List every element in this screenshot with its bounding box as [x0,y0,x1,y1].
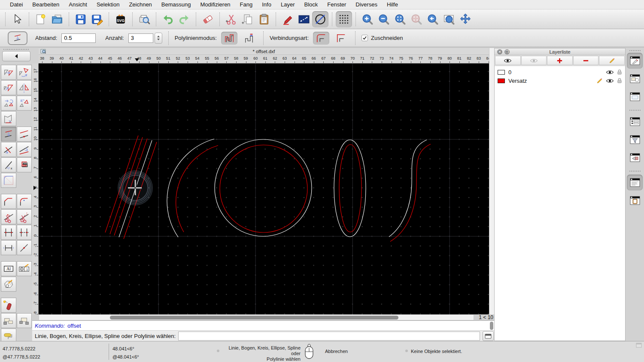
copy-button[interactable] [240,11,256,27]
tool-trim-amount-button[interactable]: x [1,157,16,172]
tool-round-corner-button[interactable] [17,194,32,209]
tool-bevel-button[interactable] [1,194,16,209]
distance-button[interactable] [296,11,312,27]
tool-block-edit-button[interactable] [17,313,32,328]
list-window-toggle-button[interactable] [627,114,643,130]
pen-window-toggle-button[interactable] [627,53,643,69]
command-keyboard-button[interactable] [483,331,494,341]
menu-item-modifizieren[interactable]: Modifizieren [196,1,235,8]
tool-trim-two-button[interactable] [17,142,32,157]
grid-toggle-button[interactable] [336,11,352,27]
polyline-mode-full-button[interactable] [221,32,237,45]
tool-mirror-button[interactable] [17,80,32,95]
tool-divide-two-button[interactable] [17,225,32,240]
menu-item-diverses[interactable]: Diverses [351,1,382,8]
join-round-button[interactable] [313,32,329,45]
tool-edit-dimension-button[interactable]: .1 [17,261,32,276]
new-file-button[interactable] [33,11,49,27]
eraser-button[interactable] [200,11,216,27]
zoom-auto-button[interactable] [392,11,408,27]
canvas-vertical-scrollbar[interactable] [489,48,494,314]
zoom-out-button[interactable] [376,11,392,27]
modify-layer-button[interactable] [599,56,625,65]
layer-color-swatch[interactable] [498,70,505,75]
pointer-button[interactable] [9,11,25,27]
canvas-horizontal-scrollbar[interactable] [39,314,474,320]
tool-cut-button[interactable] [1,209,16,224]
layer-row-0[interactable]: 0 [495,68,625,76]
zuschneiden-checkbox[interactable] [361,35,368,41]
stepper-down-icon[interactable] [157,39,160,42]
tool-stretch-button[interactable] [1,111,16,126]
clipboard-window-toggle-button[interactable] [627,193,643,208]
palette-drag-handle[interactable] [3,49,29,50]
draw-pen-button[interactable] [279,11,296,27]
menu-item-info[interactable]: Info [257,1,276,8]
layer-color-swatch[interactable] [498,78,505,83]
tool-break-button[interactable] [1,240,16,255]
anzahl-stepper[interactable] [155,33,162,44]
anzahl-input[interactable] [128,33,153,43]
close-icon[interactable]: ✕ [497,49,502,54]
menu-item-ansicht[interactable]: Ansicht [64,1,92,8]
svg-export-button[interactable]: SVG [112,11,129,27]
pencil-icon[interactable] [596,78,603,84]
menu-item-zeichnen[interactable]: Zeichnen [124,1,156,8]
paste-button[interactable] [256,11,272,27]
tool-offset-button[interactable] [1,127,16,142]
tool-divide-button[interactable] [1,225,16,240]
tool-line-point-button[interactable] [17,240,32,255]
tool-rotate-button[interactable] [17,65,32,80]
open-file-button[interactable] [49,11,65,27]
save-button[interactable] [73,11,89,27]
zoom-in-button[interactable] [359,11,376,27]
layer-row-versatz[interactable]: Versatz [495,76,625,85]
menu-item-fenster[interactable]: Fenster [322,1,351,8]
tool-trim-button[interactable] [1,142,16,157]
undo-button[interactable] [160,11,176,27]
tool-offset-point-button[interactable] [17,127,32,142]
tool-equidistant-button[interactable] [17,157,32,172]
lock-icon[interactable] [617,78,622,84]
tool-edit-hatch-button[interactable] [1,277,16,292]
library-window-toggle-button[interactable] [627,89,643,105]
eye-icon[interactable] [606,78,614,84]
add-layer-button[interactable] [547,56,573,65]
drawing-canvas[interactable] [39,63,489,314]
zoom-previous-button[interactable] [425,11,441,27]
tool-rotate-two-button[interactable] [17,96,32,111]
remove-layer-button[interactable] [573,56,599,65]
command-window-toggle-button[interactable] [627,175,643,190]
menu-item-bearbeiten[interactable]: Bearbeiten [27,1,64,8]
menu-item-hilfe[interactable]: Hilfe [382,1,403,8]
filter-window-toggle-button[interactable] [627,132,643,148]
menu-item-block[interactable]: Block [299,1,322,8]
abstand-input[interactable] [61,33,96,43]
command-scroll-thumb[interactable] [490,322,493,330]
show-all-layers-button[interactable] [495,56,521,65]
print-preview-button[interactable] [136,11,152,27]
tool-edit-text-button[interactable]: Al [1,261,16,276]
redo-button[interactable] [176,11,192,27]
menu-item-fang[interactable]: Fang [235,1,258,8]
cut-button[interactable] [223,11,240,27]
menu-item-layer[interactable]: Layer [276,1,300,8]
join-sharp-button[interactable] [333,32,349,45]
palette-back-button[interactable] [2,51,30,61]
zoom-pan-button[interactable] [457,11,474,27]
tool-explode-button[interactable] [1,298,16,313]
polyline-mode-segment-button[interactable] [241,32,257,45]
zoom-window-button[interactable] [441,11,457,27]
detach-icon[interactable]: ❐ [504,49,510,54]
blocks-window-toggle-button[interactable] [627,71,643,87]
offset-tool-button[interactable] [8,31,27,45]
menu-item-datei[interactable]: Datei [5,1,27,8]
tool-scale-button[interactable] [1,80,16,95]
tool-move-rotate-button[interactable] [1,96,16,111]
zoom-selected-button[interactable] [408,11,425,27]
lock-icon[interactable] [617,69,622,75]
menu-item-bemassung[interactable]: Bemassung [157,1,196,8]
tool-explode-text-button[interactable] [1,313,16,328]
command-input[interactable] [178,332,480,341]
tool-move-button[interactable] [1,65,16,80]
